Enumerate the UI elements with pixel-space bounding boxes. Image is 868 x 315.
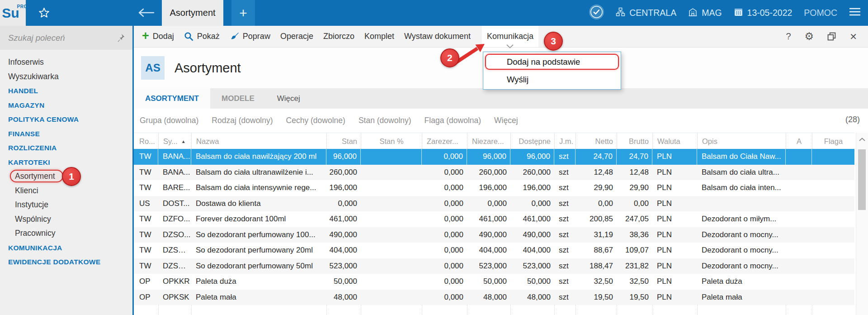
filter-grupa[interactable]: Grupa (dowolna)	[140, 116, 198, 125]
asortyment-table: Ro...Sy...▲NazwaStanStan %Zarezer...Niez…	[134, 133, 854, 315]
gear-icon[interactable]: ⚙	[805, 30, 814, 43]
table-row[interactable]: TWBANA...Balsam do ciała ultranawilżenie…	[134, 165, 854, 181]
filter-wiecej[interactable]: Więcej	[494, 116, 518, 125]
sidebar-item-klienci[interactable]: Klienci	[0, 184, 132, 198]
date-selector[interactable]: 13-05-2022	[734, 7, 793, 19]
table-cell: 48,000	[510, 290, 554, 305]
toolbar-item-zbiorczo[interactable]: Zbiorczo	[318, 26, 359, 47]
toolbar-item-komplet[interactable]: Komplet	[359, 26, 399, 47]
column-header-9[interactable]: Netto	[576, 133, 617, 149]
back-arrow-button[interactable]	[137, 8, 155, 19]
table-row[interactable]: TWBARE...Balsam do ciała intensywnie reg…	[134, 180, 854, 196]
column-header-10[interactable]: Brutto	[617, 133, 652, 149]
table-row[interactable]: OPOPKKRPaleta duża50,0000,00050,00050,00…	[134, 274, 854, 290]
sidebar-item-wspólnicy[interactable]: Wspólnicy	[0, 212, 132, 227]
column-header-5[interactable]: Zarezer...	[422, 133, 467, 149]
table-cell	[786, 305, 812, 315]
table-cell	[812, 196, 854, 212]
filter-stan[interactable]: Stan (dowolny)	[359, 116, 411, 125]
column-header-6[interactable]: Niezare...	[467, 133, 510, 149]
sidebar-item-infoserwis[interactable]: Infoserwis	[0, 55, 132, 70]
table-cell	[361, 165, 422, 181]
column-header-2[interactable]: Nazwa	[191, 133, 326, 149]
tab-wiecej[interactable]: Więcej	[266, 88, 311, 109]
sidebar-item-handel[interactable]: HANDEL	[0, 84, 132, 98]
column-header-0[interactable]: Ro...	[134, 133, 158, 149]
tab-asortyment[interactable]: ASORTYMENT	[134, 88, 210, 109]
sidebar-item-polityka-cenowa[interactable]: POLITYKA CENOWA	[0, 112, 132, 127]
pin-icon[interactable]	[116, 33, 125, 44]
table-cell: Balsam do Ciała Naw...	[697, 149, 786, 165]
help-menu[interactable]: POMOC	[804, 8, 837, 18]
filter-rodzaj[interactable]: Rodzaj (dowolny)	[212, 116, 273, 125]
toolbar-item-operacje[interactable]: Operacje	[275, 26, 318, 47]
column-header-7[interactable]: Dostępne	[510, 133, 554, 149]
table-row[interactable]: TWDZSO...So dezodorant perfumowany 100..…	[134, 227, 854, 243]
filter-flaga[interactable]: Flaga (dowolna)	[425, 116, 481, 125]
tab-modele[interactable]: MODELE	[210, 88, 266, 109]
table-row[interactable]: TWDZSO50So dezodorant perfumowany 50ml52…	[134, 258, 854, 274]
table-cell	[812, 165, 854, 181]
help-icon[interactable]: ?	[786, 31, 791, 42]
module-badge: AS	[141, 56, 165, 80]
table-row[interactable]: TWBANA...Balsam do ciała nawilżający 200…	[134, 149, 854, 165]
warehouse-selector[interactable]: MAG	[688, 7, 722, 19]
menu-item-wyslij[interactable]: Wyślij	[483, 71, 621, 88]
sidebar-item-asortyment[interactable]: Asortyment1	[0, 169, 132, 184]
table-cell	[326, 305, 361, 315]
table-cell: 0,000	[422, 258, 467, 274]
vertical-scrollbar[interactable]	[856, 133, 868, 315]
column-header-12[interactable]: Opis	[697, 133, 786, 149]
table-header: Ro...Sy...▲NazwaStanStan %Zarezer...Niez…	[134, 133, 854, 149]
menu-item-dodaj-na-podstawie[interactable]: Dodaj na podstawie	[483, 53, 621, 71]
toolbar-item-dodaj[interactable]: + Dodaj	[137, 26, 179, 47]
column-header-14[interactable]: Flaga	[812, 133, 854, 149]
column-header-4[interactable]: Stan %	[361, 133, 422, 149]
sync-status-icon[interactable]	[589, 5, 604, 22]
column-header-label: Dostępne	[519, 137, 551, 145]
open-module-tab[interactable]: Asortyment	[162, 0, 223, 26]
sidebar-item-magazyn[interactable]: MAGAZYN	[0, 98, 132, 113]
sidebar-item-komunikacja[interactable]: KOMUNIKACJA	[0, 241, 132, 255]
column-header-1[interactable]: Sy...▲	[158, 133, 191, 149]
scrollbar-thumb[interactable]	[858, 149, 866, 210]
table-cell: 19,50	[576, 290, 617, 305]
sidebar-item-pracownicy[interactable]: Pracownicy	[0, 226, 132, 241]
branch-selector[interactable]: CENTRALA	[616, 7, 676, 19]
new-tab-button[interactable]: +	[231, 0, 255, 26]
topbar: SuPRO Asortyment + CENTRALA M	[0, 0, 868, 26]
toolbar-item-wystaw-dokument[interactable]: Wystaw dokument	[399, 26, 476, 47]
column-header-8[interactable]: J.m.	[554, 133, 576, 149]
column-header-3[interactable]: Stan	[326, 133, 361, 149]
scrollbar-up-button[interactable]	[856, 133, 868, 146]
filter-cechy[interactable]: Cechy (dowolne)	[286, 116, 345, 125]
sidebar-item-ewidencje-dodatkowe[interactable]: EWIDENCJE DODATKOWE	[0, 255, 132, 269]
table-row[interactable]: TWDZFO...Forever dezodorant 100ml461,000…	[134, 211, 854, 227]
search-input[interactable]	[0, 33, 132, 43]
column-header-13[interactable]: A	[786, 133, 812, 149]
favorites-star-icon[interactable]	[38, 7, 50, 21]
hamburger-menu-icon[interactable]	[849, 7, 861, 19]
restore-window-icon[interactable]	[827, 32, 836, 41]
view-tabs: ASORTYMENT MODELE Więcej	[134, 88, 868, 109]
sidebar-item-instytucje[interactable]: Instytucje	[0, 198, 132, 212]
sidebar-item-wyszukiwarka[interactable]: Wyszukiwarka	[0, 70, 132, 84]
table-cell: 0,000	[422, 274, 467, 290]
table-cell: szt	[554, 149, 576, 165]
table-row[interactable]: OPOPKSKPaleta mała48,0000,00048,00048,00…	[134, 290, 854, 305]
close-icon[interactable]: ✕	[849, 31, 857, 42]
column-header-11[interactable]: Waluta	[652, 133, 697, 149]
table-row[interactable]: TWDZSO20So dezodorant perfumowany 20ml40…	[134, 243, 854, 258]
table-cell: TW	[134, 227, 158, 243]
toolbar-item-komunikacja[interactable]: Komunikacja Dodaj na podstawie Wyślij 2	[482, 26, 538, 47]
table-row[interactable]: USDOST...Dostawa do klienta0,0000,0000,0…	[134, 196, 854, 212]
table-cell: PLN	[652, 180, 697, 196]
table-cell	[361, 149, 422, 165]
sidebar-item-kartoteki[interactable]: KARTOTEKI	[0, 155, 132, 170]
toolbar-item-pokaz[interactable]: Pokaż	[179, 26, 225, 47]
toolbar-item-popraw[interactable]: Popraw	[225, 26, 275, 47]
sidebar-item-rozliczenia[interactable]: ROZLICZENIA	[0, 141, 132, 155]
table-cell	[786, 165, 812, 181]
table-cell: 12,48	[617, 165, 652, 181]
sidebar-item-finanse[interactable]: FINANSE	[0, 127, 132, 141]
